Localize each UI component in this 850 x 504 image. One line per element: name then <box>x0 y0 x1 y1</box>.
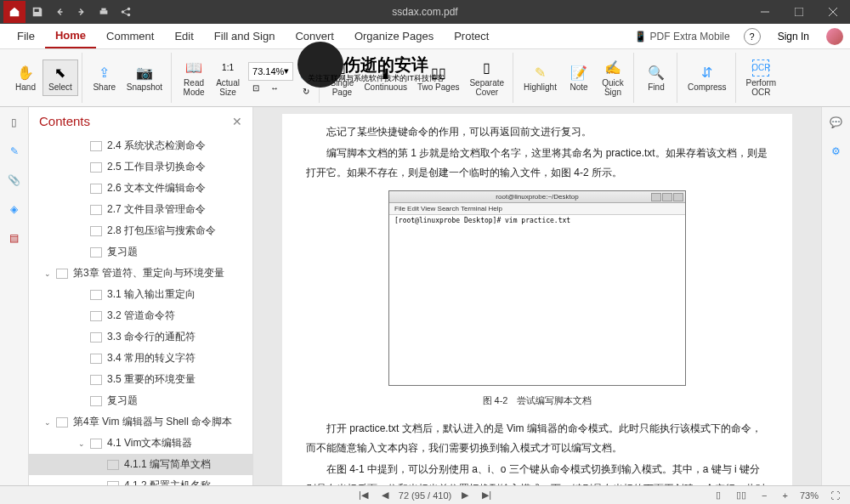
toc-item[interactable]: 2.4 系统状态检测命令 <box>29 135 252 156</box>
maximize-button[interactable] <box>782 0 816 24</box>
toc-item[interactable]: 3.1 输入输出重定向 <box>29 284 252 305</box>
toc-item[interactable]: 4.1.2 配置主机名称 <box>29 475 252 485</box>
fitwidth-icon[interactable]: ↔ <box>267 82 282 94</box>
prev-page-icon[interactable]: ◀ <box>378 490 392 501</box>
note-button[interactable]: 📝Note <box>562 60 596 95</box>
zoomout-icon[interactable]: 🔍- <box>298 72 314 84</box>
share-titlebar-icon[interactable] <box>116 2 136 22</box>
layers-panel-icon[interactable]: ◈ <box>6 201 23 218</box>
ocr-icon: OCR <box>752 59 769 76</box>
toc-item[interactable]: 复习题 <box>29 390 252 411</box>
undo-icon[interactable] <box>49 2 70 22</box>
fitpage-icon[interactable]: ⊡ <box>248 82 264 94</box>
fullscreen-icon[interactable]: ⛶ <box>827 490 843 501</box>
close-panel-icon[interactable]: ✕ <box>232 115 242 128</box>
document-view[interactable]: 忘记了某些快捷键命令的作用，可以再返回前文进行复习。 编写脚本文档的第 1 步就… <box>253 107 821 485</box>
ocr-label: Perform OCR <box>746 78 777 97</box>
ocr-button[interactable]: OCRPerform OCR <box>741 56 782 100</box>
zoomin-icon[interactable]: 🔍+ <box>298 59 314 71</box>
menu-comment[interactable]: Comment <box>96 25 164 48</box>
quicksign-button[interactable]: ✍Quick Sign <box>596 56 630 100</box>
snapshot-button[interactable]: 📷Snapshot <box>122 60 167 95</box>
help-icon[interactable]: ? <box>744 28 761 45</box>
toc-item[interactable]: 3.3 命令行的通配符 <box>29 326 252 348</box>
highlight-button[interactable]: ✎Highlight <box>518 60 562 95</box>
paragraph: 在图 4-1 中提到，可以分别使用 a、i、o 三个键从命令模式切换到输入模式。… <box>306 460 768 485</box>
toc-item[interactable]: 2.5 工作目录切换命令 <box>29 156 252 178</box>
zoom-input[interactable]: 73.14% ▾ <box>248 62 293 81</box>
singlepage-button[interactable]: ▯Single Page <box>325 56 359 100</box>
compress-icon: ⇵ <box>699 64 716 81</box>
zoom-out-status[interactable]: − <box>758 490 770 501</box>
readmode-button[interactable]: 📖Read Mode <box>177 56 211 100</box>
toc-item[interactable]: 3.5 重要的环境变量 <box>29 369 252 390</box>
view-two-icon[interactable]: ▯▯ <box>733 490 750 501</box>
figure-terminal: root@linuxprobe:~/Desktop File Edit View… <box>388 190 686 386</box>
menu-file[interactable]: File <box>7 25 45 48</box>
find-button[interactable]: 🔍Find <box>639 60 673 95</box>
pages-panel-icon[interactable]: ▯ <box>6 114 23 131</box>
menu-fillsign[interactable]: Fill and Sign <box>204 25 286 48</box>
save-icon[interactable] <box>27 2 48 22</box>
attachments-panel-icon[interactable]: 📎 <box>6 172 23 189</box>
compress-label: Compress <box>688 82 727 92</box>
svg-rect-5 <box>795 8 803 16</box>
toc-list[interactable]: 2.4 系统状态检测命令2.5 工作目录切换命令2.6 文本文件编辑命令2.7 … <box>29 135 252 485</box>
hand-icon: ✋ <box>17 64 34 81</box>
continuous-button[interactable]: ▮Continuous <box>359 60 412 95</box>
bookmarks-panel-icon[interactable]: ✎ <box>6 143 23 160</box>
toc-item[interactable]: ⌄第4章 Vim 编辑器与 Shell 命令脚本 <box>29 411 252 433</box>
last-page-icon[interactable]: ▶| <box>479 490 495 501</box>
hand-tool[interactable]: ✋Hand <box>8 60 42 95</box>
toc-item[interactable]: 2.7 文件目录管理命令 <box>29 199 252 220</box>
minimize-button[interactable] <box>748 0 782 24</box>
continuous-label: Continuous <box>364 82 407 92</box>
share-button[interactable]: ⇪Share <box>88 60 122 95</box>
continuous-icon: ▮ <box>377 64 394 81</box>
mobile-link[interactable]: 📱 PDF Extra Mobile <box>631 27 733 46</box>
toc-item[interactable]: ⌄4.1 Vim文本编辑器 <box>29 433 252 454</box>
share-icon: ⇪ <box>96 64 113 81</box>
page-indicator[interactable]: 72 (95 / 410) <box>399 490 451 501</box>
zoom-in-status[interactable]: + <box>779 490 791 501</box>
menu-organize[interactable]: Organize Pages <box>344 25 444 48</box>
avatar[interactable] <box>826 28 843 45</box>
singlepage-icon: ▯ <box>333 59 350 76</box>
close-button[interactable] <box>816 0 850 24</box>
toc-item[interactable]: ⌄第3章 管道符、重定向与环境变量 <box>29 263 252 284</box>
redo-icon[interactable] <box>71 2 92 22</box>
signin-link[interactable]: Sign In <box>771 27 816 46</box>
menu-edit[interactable]: Edit <box>164 25 203 48</box>
sign-icon: ✍ <box>604 59 621 76</box>
comments-panel-icon[interactable]: 💬 <box>828 114 845 131</box>
actualsize-label: Actual Size <box>216 78 240 97</box>
toc-item[interactable]: 3.2 管道命令符 <box>29 305 252 326</box>
menu-protect[interactable]: Protect <box>444 25 499 48</box>
toc-item[interactable]: 复习题 <box>29 241 252 263</box>
home-icon[interactable] <box>3 1 26 23</box>
highlight-icon: ✎ <box>532 64 549 81</box>
menu-convert[interactable]: Convert <box>285 25 344 48</box>
find-label: Find <box>648 82 664 92</box>
toc-item[interactable]: 3.4 常用的转义字符 <box>29 348 252 369</box>
zoom-value: 73.14% <box>252 66 284 76</box>
twopages-button[interactable]: ▯▯Two Pages <box>412 60 464 95</box>
settings-panel-icon[interactable]: ⚙ <box>828 143 845 160</box>
terminal-title: root@linuxprobe:~/Desktop <box>496 193 578 201</box>
print-icon[interactable] <box>94 2 114 22</box>
toc-item[interactable]: 4.1.1 编写简单文档 <box>29 454 252 475</box>
select-tool[interactable]: ⬉Select <box>42 59 78 96</box>
readmode-label: Read Mode <box>184 78 205 97</box>
toc-item[interactable]: 2.8 打包压缩与搜索命令 <box>29 220 252 241</box>
menu-home[interactable]: Home <box>45 24 96 48</box>
first-page-icon[interactable]: |◀ <box>355 490 371 501</box>
compress-button[interactable]: ⇵Compress <box>683 60 732 95</box>
next-page-icon[interactable]: ▶ <box>458 490 472 501</box>
toc-item[interactable]: 2.6 文本文件编辑命令 <box>29 178 252 199</box>
sepcover-button[interactable]: ▯Separate Cover <box>464 56 509 100</box>
paragraph: 打开 practice.txt 文档后，默认进入的是 Vim 编辑器的命令模式。… <box>306 419 768 458</box>
contents-panel-icon[interactable]: ▤ <box>6 229 23 246</box>
view-single-icon[interactable]: ▯ <box>712 490 724 501</box>
rotate-icon[interactable]: ↻ <box>298 86 314 98</box>
actualsize-button[interactable]: 1:1Actual Size <box>211 56 245 100</box>
